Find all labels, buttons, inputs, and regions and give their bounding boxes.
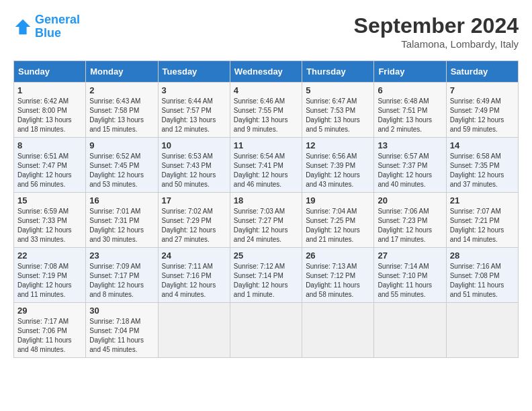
day-number: 25 (234, 250, 298, 261)
day-info: Sunrise: 7:08 AM Sunset: 7:19 PM Dayligh… (17, 262, 82, 300)
day-number: 15 (17, 195, 82, 205)
weekday-header-monday: Monday (86, 61, 158, 83)
calendar-cell: 18 Sunrise: 7:03 AM Sunset: 7:27 PM Dayl… (230, 193, 302, 248)
logo-icon (13, 17, 32, 36)
calendar-cell: 3 Sunrise: 6:44 AM Sunset: 7:57 PM Dayli… (158, 83, 230, 138)
location-title: Talamona, Lombardy, Italy (354, 38, 519, 50)
month-title: September 2024 (354, 13, 519, 38)
calendar-cell (230, 303, 302, 358)
calendar-cell: 9 Sunrise: 6:52 AM Sunset: 7:45 PM Dayli… (86, 138, 158, 193)
day-info: Sunrise: 6:46 AM Sunset: 7:55 PM Dayligh… (234, 97, 298, 134)
calendar-cell: 20 Sunrise: 7:06 AM Sunset: 7:23 PM Dayl… (374, 193, 446, 248)
weekday-header-friday: Friday (374, 61, 446, 83)
day-number: 12 (306, 140, 370, 150)
calendar-cell (158, 303, 230, 358)
day-info: Sunrise: 6:47 AM Sunset: 7:53 PM Dayligh… (306, 97, 370, 134)
calendar-cell: 23 Sunrise: 7:09 AM Sunset: 7:17 PM Dayl… (86, 248, 158, 303)
day-info: Sunrise: 7:13 AM Sunset: 7:12 PM Dayligh… (306, 262, 370, 300)
calendar-cell: 29 Sunrise: 7:17 AM Sunset: 7:06 PM Dayl… (14, 303, 86, 358)
day-number: 7 (450, 85, 515, 95)
day-number: 23 (89, 250, 154, 261)
calendar-cell: 2 Sunrise: 6:43 AM Sunset: 7:58 PM Dayli… (86, 83, 158, 138)
day-info: Sunrise: 7:02 AM Sunset: 7:29 PM Dayligh… (162, 207, 226, 244)
page-header: General Blue September 2024 Talamona, Lo… (13, 13, 519, 50)
calendar-cell: 10 Sunrise: 6:53 AM Sunset: 7:43 PM Dayl… (158, 138, 230, 193)
calendar-week-row: 22 Sunrise: 7:08 AM Sunset: 7:19 PM Dayl… (14, 248, 519, 303)
calendar-cell: 24 Sunrise: 7:11 AM Sunset: 7:16 PM Dayl… (158, 248, 230, 303)
logo-text: General Blue (35, 13, 80, 40)
day-number: 14 (450, 140, 515, 150)
day-info: Sunrise: 7:09 AM Sunset: 7:17 PM Dayligh… (89, 262, 154, 300)
day-number: 3 (162, 85, 226, 95)
calendar-cell: 21 Sunrise: 7:07 AM Sunset: 7:21 PM Dayl… (446, 193, 518, 248)
calendar-cell (374, 303, 446, 358)
day-info: Sunrise: 7:14 AM Sunset: 7:10 PM Dayligh… (378, 262, 442, 300)
day-info: Sunrise: 7:17 AM Sunset: 7:06 PM Dayligh… (17, 317, 82, 355)
calendar-cell (302, 303, 374, 358)
day-info: Sunrise: 7:01 AM Sunset: 7:31 PM Dayligh… (89, 207, 154, 244)
day-info: Sunrise: 6:56 AM Sunset: 7:39 PM Dayligh… (306, 152, 370, 189)
calendar-cell: 14 Sunrise: 6:58 AM Sunset: 7:35 PM Dayl… (446, 138, 518, 193)
logo-general: General (35, 13, 80, 26)
calendar-cell: 12 Sunrise: 6:56 AM Sunset: 7:39 PM Dayl… (302, 138, 374, 193)
day-info: Sunrise: 7:18 AM Sunset: 7:04 PM Dayligh… (89, 317, 154, 355)
logo: General Blue (13, 13, 80, 40)
day-number: 8 (17, 140, 82, 150)
calendar-cell: 11 Sunrise: 6:54 AM Sunset: 7:41 PM Dayl… (230, 138, 302, 193)
day-number: 24 (162, 250, 226, 261)
calendar-cell: 26 Sunrise: 7:13 AM Sunset: 7:12 PM Dayl… (302, 248, 374, 303)
day-info: Sunrise: 7:16 AM Sunset: 7:08 PM Dayligh… (450, 262, 515, 300)
calendar-cell: 8 Sunrise: 6:51 AM Sunset: 7:47 PM Dayli… (14, 138, 86, 193)
weekday-header-tuesday: Tuesday (158, 61, 230, 83)
day-number: 5 (306, 85, 370, 95)
title-block: September 2024 Talamona, Lombardy, Italy (354, 13, 519, 50)
calendar-cell: 16 Sunrise: 7:01 AM Sunset: 7:31 PM Dayl… (86, 193, 158, 248)
day-number: 13 (378, 140, 442, 150)
day-number: 17 (162, 195, 226, 205)
day-info: Sunrise: 6:53 AM Sunset: 7:43 PM Dayligh… (162, 152, 226, 189)
day-number: 29 (17, 306, 82, 316)
svg-marker-0 (15, 19, 30, 34)
day-number: 18 (234, 195, 298, 205)
day-info: Sunrise: 7:03 AM Sunset: 7:27 PM Dayligh… (234, 207, 298, 244)
calendar-cell: 4 Sunrise: 6:46 AM Sunset: 7:55 PM Dayli… (230, 83, 302, 138)
day-info: Sunrise: 6:51 AM Sunset: 7:47 PM Dayligh… (17, 152, 82, 189)
day-info: Sunrise: 6:44 AM Sunset: 7:57 PM Dayligh… (162, 97, 226, 134)
weekday-header-saturday: Saturday (446, 61, 518, 83)
calendar-cell: 17 Sunrise: 7:02 AM Sunset: 7:29 PM Dayl… (158, 193, 230, 248)
calendar-week-row: 8 Sunrise: 6:51 AM Sunset: 7:47 PM Dayli… (14, 138, 519, 193)
calendar-cell: 1 Sunrise: 6:42 AM Sunset: 8:00 PM Dayli… (14, 83, 86, 138)
day-info: Sunrise: 6:49 AM Sunset: 7:49 PM Dayligh… (450, 97, 515, 134)
calendar-cell (446, 303, 518, 358)
day-info: Sunrise: 6:54 AM Sunset: 7:41 PM Dayligh… (234, 152, 298, 189)
calendar-cell: 25 Sunrise: 7:12 AM Sunset: 7:14 PM Dayl… (230, 248, 302, 303)
day-info: Sunrise: 7:04 AM Sunset: 7:25 PM Dayligh… (306, 207, 370, 244)
day-number: 6 (378, 85, 442, 95)
day-info: Sunrise: 6:43 AM Sunset: 7:58 PM Dayligh… (89, 97, 154, 134)
day-number: 10 (162, 140, 226, 150)
day-number: 4 (234, 85, 298, 95)
calendar-cell: 6 Sunrise: 6:48 AM Sunset: 7:51 PM Dayli… (374, 83, 446, 138)
calendar-cell: 27 Sunrise: 7:14 AM Sunset: 7:10 PM Dayl… (374, 248, 446, 303)
day-number: 27 (378, 250, 442, 261)
calendar-cell: 13 Sunrise: 6:57 AM Sunset: 7:37 PM Dayl… (374, 138, 446, 193)
calendar-cell: 28 Sunrise: 7:16 AM Sunset: 7:08 PM Dayl… (446, 248, 518, 303)
calendar-week-row: 1 Sunrise: 6:42 AM Sunset: 8:00 PM Dayli… (14, 83, 519, 138)
calendar-cell: 5 Sunrise: 6:47 AM Sunset: 7:53 PM Dayli… (302, 83, 374, 138)
calendar-cell: 22 Sunrise: 7:08 AM Sunset: 7:19 PM Dayl… (14, 248, 86, 303)
day-number: 19 (306, 195, 370, 205)
weekday-header-thursday: Thursday (302, 61, 374, 83)
day-number: 30 (89, 306, 154, 316)
day-number: 26 (306, 250, 370, 261)
calendar-week-row: 15 Sunrise: 6:59 AM Sunset: 7:33 PM Dayl… (14, 193, 519, 248)
logo-blue: Blue (35, 26, 61, 40)
day-info: Sunrise: 6:59 AM Sunset: 7:33 PM Dayligh… (17, 207, 82, 244)
day-number: 9 (89, 140, 154, 150)
day-number: 11 (234, 140, 298, 150)
weekday-header-row: SundayMondayTuesdayWednesdayThursdayFrid… (14, 61, 519, 83)
day-info: Sunrise: 6:42 AM Sunset: 8:00 PM Dayligh… (17, 97, 82, 134)
day-info: Sunrise: 7:12 AM Sunset: 7:14 PM Dayligh… (234, 262, 298, 300)
day-info: Sunrise: 7:07 AM Sunset: 7:21 PM Dayligh… (450, 207, 515, 244)
day-info: Sunrise: 6:58 AM Sunset: 7:35 PM Dayligh… (450, 152, 515, 189)
calendar-cell: 19 Sunrise: 7:04 AM Sunset: 7:25 PM Dayl… (302, 193, 374, 248)
